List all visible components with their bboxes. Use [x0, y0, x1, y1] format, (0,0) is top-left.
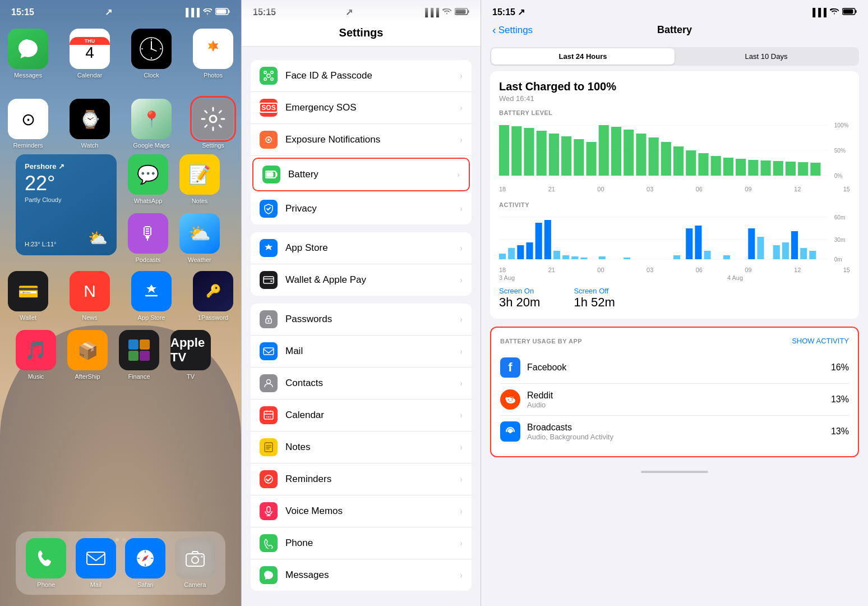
settings-battery-icon: [262, 166, 280, 183]
app-maps-icon[interactable]: 📍: [131, 99, 172, 139]
svg-rect-76: [760, 160, 770, 176]
app-appstore[interactable]: App Store: [126, 271, 177, 321]
dock-camera-icon[interactable]: [175, 538, 215, 579]
dock-safari[interactable]: Safari: [125, 538, 165, 588]
app-weather[interactable]: ⛅ Weather: [179, 213, 220, 263]
app-1password[interactable]: 🔑 1Password: [188, 271, 238, 321]
app-maps[interactable]: 📍 Google Maps: [126, 99, 177, 149]
battery-content[interactable]: Last 24 Hours Last 10 Days Last Charged …: [481, 42, 868, 603]
app-1password-icon[interactable]: 🔑: [193, 271, 233, 311]
home-screen: 15:15 ↗ ▐▐▐ Messages THU 4 Calendar: [0, 0, 241, 606]
app-photos-label: Photos: [204, 72, 223, 79]
battery-statusbar: 15:15 ↗ ▐▐▐: [481, 0, 868, 22]
home-row-3-right: 💬 WhatsApp 📝 Notes 🎙 Podcasts: [128, 154, 220, 263]
battery-tab-24h[interactable]: Last 24 Hours: [491, 48, 675, 65]
app-whatsapp[interactable]: 💬 WhatsApp: [128, 154, 168, 204]
settings-appstore-chevron: ›: [460, 244, 463, 252]
settings-item-exposure[interactable]: Exposure Notifications ›: [251, 124, 472, 156]
dock-phone-icon[interactable]: [26, 538, 66, 579]
dock-safari-icon[interactable]: [125, 538, 165, 579]
settings-item-contacts[interactable]: Contacts ›: [251, 368, 472, 400]
app-finance[interactable]: Finance: [119, 330, 159, 380]
battery-app-facebook-pct: 16%: [831, 362, 849, 373]
settings-item-battery[interactable]: Battery ›: [252, 158, 470, 191]
battery-app-broadcasts-name: Broadcasts: [527, 423, 831, 433]
app-tv[interactable]: Apple TV TV: [170, 330, 211, 380]
svg-rect-97: [599, 256, 606, 259]
dock-phone[interactable]: Phone: [26, 538, 66, 588]
app-aftership-icon[interactable]: 📦: [67, 330, 108, 370]
settings-item-calendar[interactable]: Calendar ›: [251, 400, 472, 431]
app-news[interactable]: N News: [64, 271, 115, 321]
battery-back-label[interactable]: Settings: [498, 25, 533, 36]
settings-scroll[interactable]: Face ID & Passcode › SOS Emergency SOS ›…: [242, 47, 481, 602]
app-settings[interactable]: Settings: [188, 99, 238, 149]
app-whatsapp-icon[interactable]: 💬: [128, 154, 168, 195]
settings-section-apps: Passwords › Mail › Contacts ›: [251, 304, 472, 591]
app-finance-icon[interactable]: [119, 330, 159, 370]
weather-widget[interactable]: Pershore ↗ 22° Partly Cloudy H:23° L:11°…: [16, 154, 117, 255]
app-messages[interactable]: Messages: [3, 29, 53, 79]
battery-app-broadcasts[interactable]: Broadcasts Audio, Background Activity 13…: [500, 416, 849, 447]
dock-phone-label: Phone: [37, 581, 55, 588]
app-photos[interactable]: Photos: [188, 29, 238, 79]
svg-rect-94: [562, 255, 569, 259]
back-chevron-icon: ‹: [492, 24, 496, 36]
settings-item-sos[interactable]: SOS Emergency SOS ›: [251, 92, 472, 124]
dock-mail-icon[interactable]: [76, 538, 116, 579]
app-podcasts[interactable]: 🎙 Podcasts: [128, 213, 168, 263]
battery-wifi: [830, 8, 839, 17]
app-tv-icon[interactable]: Apple TV: [170, 330, 211, 370]
svg-rect-77: [773, 161, 783, 176]
app-wallet[interactable]: 💳 Wallet: [3, 271, 53, 321]
battery-app-reddit[interactable]: Reddit Audio 13%: [500, 384, 849, 416]
app-notes[interactable]: 📝 Notes: [179, 154, 220, 204]
app-watch[interactable]: ⌚ Watch: [64, 99, 115, 149]
settings-item-phone[interactable]: Phone ›: [251, 527, 472, 559]
battery-back-button[interactable]: ‹ Settings: [492, 24, 533, 36]
app-calendar[interactable]: THU 4 Calendar: [64, 29, 115, 79]
settings-item-faceid[interactable]: Face ID & Passcode ›: [251, 60, 472, 92]
settings-item-appstore[interactable]: App Store ›: [251, 232, 472, 264]
app-notes-icon[interactable]: 📝: [179, 154, 220, 195]
battery-app-facebook[interactable]: f Facebook 16%: [500, 352, 849, 384]
app-clock[interactable]: Clock: [126, 29, 177, 79]
settings-battery-chevron: ›: [457, 170, 460, 179]
battery-activity-dates: 3 Aug 4 Aug: [499, 274, 850, 281]
app-wallet-icon[interactable]: 💳: [8, 271, 48, 311]
app-news-icon[interactable]: N: [70, 271, 110, 311]
app-clock-icon[interactable]: [131, 29, 172, 69]
svg-rect-36: [264, 277, 274, 283]
settings-item-mail[interactable]: Mail ›: [251, 336, 472, 368]
app-messages-icon[interactable]: [8, 29, 48, 69]
app-photos-icon[interactable]: [193, 29, 233, 69]
settings-item-wallet[interactable]: Wallet & Apple Pay ›: [251, 264, 472, 296]
app-podcasts-icon[interactable]: 🎙: [128, 213, 168, 254]
dock-camera[interactable]: Camera: [175, 538, 215, 588]
battery-tab-10d[interactable]: Last 10 Days: [675, 48, 858, 65]
app-reminders-icon[interactable]: ⊙: [8, 99, 48, 139]
dock-mail[interactable]: Mail: [76, 538, 116, 588]
app-appstore-icon[interactable]: [131, 271, 172, 311]
svg-rect-1: [216, 9, 227, 13]
app-music-icon[interactable]: 🎵: [16, 330, 56, 370]
settings-item-messages[interactable]: Messages ›: [251, 559, 472, 591]
svg-rect-75: [748, 160, 758, 176]
app-settings-icon[interactable]: [193, 99, 233, 139]
home-statusbar-right: ▐▐▐: [183, 8, 230, 17]
settings-item-voicememos[interactable]: Voice Memos ›: [251, 495, 472, 527]
app-calendar-icon[interactable]: THU 4: [70, 29, 110, 69]
settings-item-passwords[interactable]: Passwords ›: [251, 304, 472, 336]
battery-show-activity[interactable]: SHOW ACTIVITY: [792, 337, 849, 345]
battery-app-reddit-info: Reddit Audio: [527, 391, 831, 409]
app-reminders[interactable]: ⊙ Reminders: [3, 99, 53, 149]
settings-sos-label: Emergency SOS: [285, 102, 460, 113]
app-watch-icon[interactable]: ⌚: [70, 99, 110, 139]
app-weather-icon[interactable]: ⛅: [179, 213, 220, 254]
app-aftership[interactable]: 📦 AfterShip: [67, 330, 108, 380]
app-settings-label: Settings: [202, 142, 224, 149]
app-music[interactable]: 🎵 Music: [16, 330, 56, 380]
settings-item-notes[interactable]: Notes ›: [251, 431, 472, 463]
settings-item-privacy[interactable]: Privacy ›: [251, 193, 472, 224]
settings-item-reminders[interactable]: Reminders ›: [251, 463, 472, 495]
